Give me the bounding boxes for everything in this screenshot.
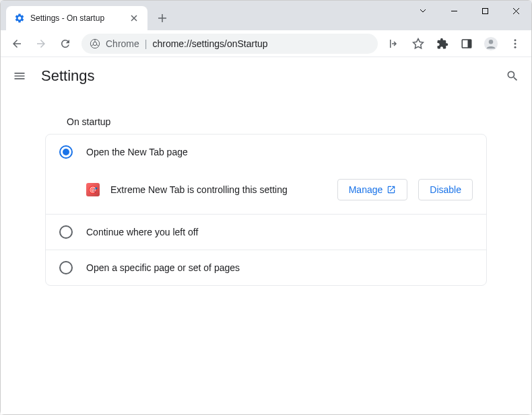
- section-title: On startup: [40, 103, 492, 134]
- bookmark-icon[interactable]: [407, 33, 429, 54]
- disable-label: Disable: [430, 184, 461, 195]
- sidepanel-icon[interactable]: [456, 33, 477, 54]
- content-area: Settings On startup Open the New Tab pag…: [1, 57, 531, 414]
- profile-icon[interactable]: [480, 33, 502, 54]
- launch-icon: [387, 185, 396, 194]
- svg-point-9: [514, 46, 517, 48]
- close-icon[interactable]: [129, 13, 139, 24]
- svg-point-2: [93, 42, 96, 45]
- svg-point-8: [514, 42, 517, 44]
- address-bar[interactable]: Chrome | chrome://settings/onStartup: [81, 34, 378, 54]
- svg-point-7: [514, 39, 517, 41]
- extension-message: Extreme New Tab is controlling this sett…: [110, 184, 327, 195]
- share-icon[interactable]: [383, 33, 405, 54]
- address-divider: |: [145, 38, 147, 49]
- extension-notice: 🎯 Extreme New Tab is controlling this se…: [46, 169, 486, 214]
- tab-title: Settings - On startup: [30, 13, 123, 23]
- option-label: Continue where you left off: [86, 227, 198, 237]
- radio-selected-icon: [59, 145, 73, 159]
- radio-icon: [59, 225, 73, 239]
- manage-button[interactable]: Manage: [337, 179, 408, 200]
- svg-rect-4: [468, 40, 471, 48]
- radio-icon: [59, 261, 73, 274]
- new-tab-button[interactable]: [153, 9, 172, 28]
- svg-rect-0: [482, 8, 488, 13]
- search-icon[interactable]: [504, 68, 521, 84]
- toolbar: Chrome | chrome://settings/onStartup: [1, 30, 531, 57]
- extensions-icon[interactable]: [432, 33, 453, 54]
- hamburger-icon[interactable]: [11, 68, 28, 84]
- option-specific[interactable]: Open a specific page or set of pages: [46, 250, 486, 285]
- chrome-icon: [90, 38, 100, 49]
- close-button[interactable]: [500, 1, 531, 21]
- forward-button[interactable]: [30, 33, 52, 54]
- settings-header: Settings: [1, 57, 531, 95]
- minimize-button[interactable]: [438, 1, 469, 21]
- option-label: Open the New Tab page: [86, 147, 188, 157]
- address-context: Chrome: [106, 38, 139, 49]
- option-continue[interactable]: Continue where you left off: [46, 215, 486, 250]
- browser-tab[interactable]: Settings - On startup: [6, 6, 147, 30]
- startup-options-card: Open the New Tab page 🎯 Extreme New Tab …: [45, 134, 487, 286]
- option-label: Open a specific page or set of pages: [86, 262, 240, 273]
- reload-button[interactable]: [55, 33, 76, 54]
- page-title: Settings: [41, 67, 491, 85]
- gear-icon: [14, 13, 25, 24]
- window-controls: [407, 1, 531, 21]
- svg-point-6: [489, 40, 493, 44]
- option-new-tab[interactable]: Open the New Tab page: [46, 135, 486, 169]
- maximize-button[interactable]: [469, 1, 500, 21]
- disable-button[interactable]: Disable: [418, 179, 473, 200]
- chevron-down-icon[interactable]: [407, 1, 438, 21]
- extension-icon: 🎯: [86, 183, 100, 196]
- address-url: chrome://settings/onStartup: [152, 38, 267, 49]
- titlebar: Settings - On startup: [1, 1, 531, 30]
- manage-label: Manage: [349, 184, 383, 195]
- more-icon[interactable]: [504, 33, 526, 54]
- back-button[interactable]: [6, 33, 28, 54]
